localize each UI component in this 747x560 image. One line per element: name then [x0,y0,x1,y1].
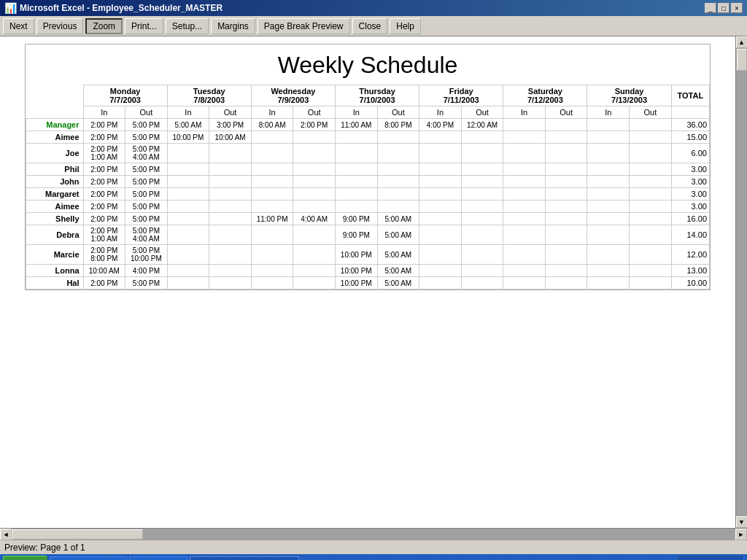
cell-in [335,176,377,188]
cell-in: 2:00 PM1:00 AM [83,144,125,163]
app-icon: 📊 [4,2,17,14]
scroll-thumb-v[interactable] [737,49,747,71]
cell-in: 2:00 PM1:00 AM [83,225,125,245]
cell-out [293,201,336,213]
total-cell: 36.00 [671,119,709,131]
cell-out [461,188,503,201]
cell-out [630,119,672,131]
cell-out [630,225,672,245]
sat-out: Out [545,106,587,119]
scroll-right-button[interactable]: ► [735,529,747,540]
employee-name: Margaret [26,188,84,201]
cell-in [251,163,293,176]
employee-name: Shelly [26,213,84,225]
cell-in [335,163,377,176]
cell-in [419,245,462,265]
scroll-down-button[interactable]: ▼ [736,516,748,528]
employee-name: Lonna [26,265,84,277]
maximize-button[interactable]: □ [718,3,729,13]
cell-in [167,163,209,176]
page-break-preview-button[interactable]: Page Break Preview [258,18,350,34]
fri-in: In [419,106,462,119]
cell-out [630,245,672,265]
cell-in [419,144,462,163]
cell-in [587,201,630,213]
minimize-button[interactable]: _ [705,3,716,13]
cell-in: 10:00 PM [335,265,377,277]
cell-out [545,119,587,131]
margins-button[interactable]: Margins [211,18,255,34]
scroll-thumb-h[interactable] [12,529,143,540]
cell-out [209,277,252,289]
cell-in [251,188,293,201]
cell-in [335,188,377,201]
thursday-header: Thursday 7/10/2003 [335,85,419,106]
close-button[interactable]: × [731,3,743,13]
start-button[interactable]: ⊞ start [3,556,47,560]
help-button[interactable]: Help [390,18,421,34]
scroll-up-button[interactable]: ▲ [736,36,748,48]
previous-button[interactable]: Previous [36,18,84,34]
title-bar: 📊 Microsoft Excel - Employee_Scheduler_M… [0,0,747,16]
total-cell: 6.00 [671,144,709,163]
cell-out: 5:00 AM [377,277,419,289]
cell-in [251,176,293,188]
cell-out: 5:00 AM [377,213,419,225]
cell-in [587,119,630,131]
cell-out: 12:00 AM [461,119,503,131]
taskbar: ⊞ start 🔍 Search Results 📁 Scheduler 📊 M… [0,554,747,560]
cell-out [461,277,503,289]
title-bar-buttons: _ □ × [705,3,743,13]
cell-out: 5:00 AM [377,245,419,265]
next-button[interactable]: Next [3,18,34,34]
cell-out: 5:00 AM [377,225,419,245]
horizontal-scrollbar[interactable]: ◄ ► [0,528,747,540]
cell-out [209,213,252,225]
cell-out: 4:00 PM [125,265,168,277]
cell-in [503,265,546,277]
mon-in: In [83,106,125,119]
taskbar-item-excel[interactable]: 📊 Microsoft Excel - Empl... [190,556,299,560]
scroll-track-v[interactable] [736,48,748,516]
cell-in [587,176,630,188]
taskbar-item-search[interactable]: 🔍 Search Results [50,556,127,560]
cell-in [503,119,546,131]
tuesday-header: Tuesday 7/8/2003 [167,85,251,106]
cell-in: 5:00 AM [167,119,209,131]
cell-in [503,163,546,176]
cell-out [209,225,252,245]
setup-button[interactable]: Setup... [166,18,209,34]
cell-in [251,201,293,213]
cell-in [167,201,209,213]
taskbar-item-scheduler[interactable]: 📁 Scheduler [129,556,188,560]
vertical-scrollbar[interactable]: ▲ ▼ [735,36,747,528]
total-cell: 3.00 [671,176,709,188]
cell-in [503,213,546,225]
toolbar: Next Previous Zoom Print... Setup... Mar… [0,16,747,36]
wed-in: In [251,106,293,119]
cell-in [167,176,209,188]
cell-in [503,277,546,289]
system-tray: 🔊 📶 2:56 PM [678,556,744,560]
in-out-row: In Out In Out In Out In Out In Out In Ou… [26,106,710,119]
cell-in [419,277,462,289]
table-row: Aimee2:00 PM5:00 PM10:00 PM10:00 AM15.00 [26,131,710,144]
cell-in: 2:00 PM [83,201,125,213]
saturday-header: Saturday 7/12/2003 [503,85,587,106]
employee-name: John [26,176,84,188]
scroll-left-button[interactable]: ◄ [0,529,12,540]
cell-out [377,188,419,201]
scroll-track-h[interactable] [12,529,735,540]
cell-in: 2:00 PM [83,163,125,176]
cell-out [293,188,336,201]
print-button[interactable]: Print... [125,18,163,34]
cell-in: 2:00 PM [83,176,125,188]
cell-out [545,201,587,213]
cell-out [630,176,672,188]
close-preview-button[interactable]: Close [352,18,388,34]
cell-in [587,245,630,265]
status-bar: Preview: Page 1 of 1 [0,540,747,554]
zoom-button[interactable]: Zoom [85,18,123,34]
sunday-header: Sunday 7/13/2003 [587,85,671,106]
cell-in [419,225,462,245]
